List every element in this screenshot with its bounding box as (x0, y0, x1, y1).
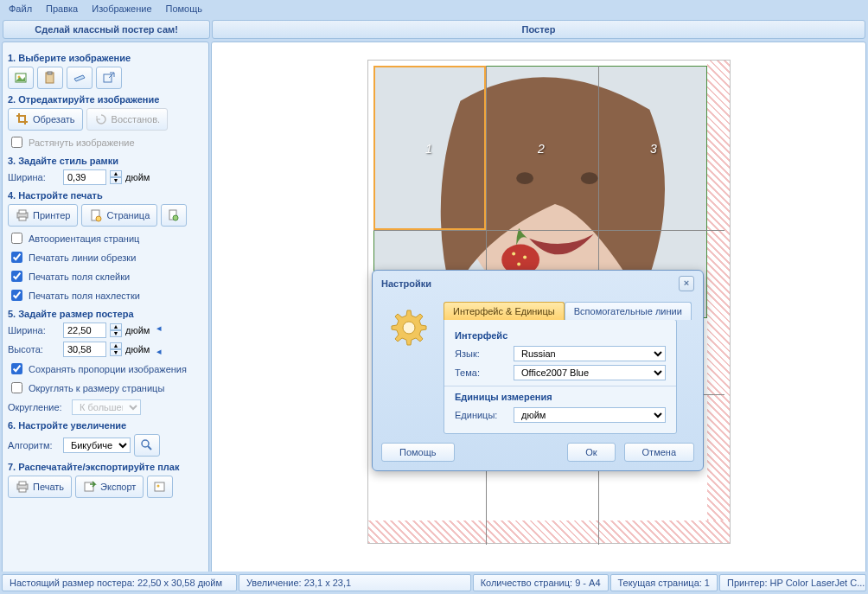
tab-interface-units[interactable]: Интерфейс & Единицы (444, 302, 565, 320)
rounding-select: К большем (72, 399, 141, 415)
keep-ratio-checkbox[interactable]: Сохранять пропорции изображения (8, 361, 203, 377)
frame-width-input[interactable] (63, 169, 106, 185)
lang-label: Язык: (455, 348, 507, 359)
poster-height-spinner[interactable]: ▲▼ (110, 342, 122, 356)
crop-button[interactable]: Обрезать (8, 108, 83, 131)
round-page-checkbox[interactable]: Округлять к размеру страницы (8, 380, 203, 396)
restore-button: Восстанов. (86, 108, 169, 131)
step4-title: 4. Настройте печать (8, 190, 203, 201)
scan-button[interactable] (67, 67, 93, 89)
printer-icon (16, 208, 29, 222)
svg-point-29 (403, 322, 415, 334)
settings-dialog: Настройки × Интерфейс & Единицы Вспомога… (372, 270, 704, 471)
status-current-page: Текущая страница: 1 (610, 574, 718, 591)
page-number-3: 3 (650, 142, 657, 156)
dialog-cancel-button[interactable]: Отмена (624, 443, 694, 462)
svg-rect-6 (19, 210, 26, 214)
cut-lines-checkbox[interactable]: Печатать линии обрезки (8, 249, 203, 265)
glue-fields-checkbox[interactable]: Печатать поля склейки (8, 268, 203, 284)
status-pages: Количество страниц: 9 - A4 (473, 574, 609, 591)
svg-point-11 (173, 215, 178, 220)
status-bar: Настоящий размер постера: 22,50 x 30,58 … (0, 572, 868, 594)
step2-title: 2. Отредактируйте изображение (8, 94, 203, 105)
poster-height-label: Высота: (8, 344, 60, 354)
dialog-ok-button[interactable]: Ок (567, 443, 615, 462)
image-export-icon (153, 480, 167, 494)
dialog-title: Настройки (381, 278, 431, 289)
dialog-help-button[interactable]: Помощь (381, 443, 455, 462)
page-gear-icon (167, 208, 181, 222)
step1-title: 1. Выберите изображение (8, 53, 203, 63)
svg-line-13 (148, 446, 151, 450)
svg-point-22 (516, 172, 533, 184)
algorithm-label: Алгоритм: (8, 440, 60, 450)
frame-width-unit: дюйм (125, 172, 150, 182)
open-image-button[interactable] (8, 67, 34, 89)
page-extra-button[interactable] (161, 204, 187, 227)
lang-select[interactable]: Russian (514, 346, 666, 361)
page-number-1: 1 (425, 142, 432, 156)
section-interface: Интерфейс (455, 330, 666, 341)
menu-bar: Файл Правка Изображение Помощь (0, 0, 868, 17)
banner-right: Постер (212, 20, 865, 39)
menu-edit[interactable]: Правка (46, 3, 78, 14)
menu-help[interactable]: Помощь (166, 3, 203, 14)
svg-point-27 (523, 255, 527, 259)
rounding-label: Округление: (8, 402, 68, 412)
paste-button[interactable] (37, 67, 63, 89)
printer-button[interactable]: Принтер (8, 204, 78, 227)
banner-left[interactable]: Сделай классный постер сам! (3, 20, 210, 39)
svg-point-9 (96, 216, 101, 221)
svg-point-26 (512, 252, 515, 256)
svg-point-28 (517, 262, 520, 265)
poster-width-spinner[interactable]: ▲▼ (110, 323, 122, 337)
svg-rect-15 (19, 482, 26, 485)
step7-title: 7. Распечатайте/экспортируйте плак (8, 462, 203, 472)
status-printer: Принтер: HP Color LaserJet C... (719, 574, 866, 591)
stretch-checkbox[interactable]: Растянуть изображение (8, 134, 203, 150)
gear-icon (386, 307, 428, 348)
printer-icon (16, 480, 29, 494)
svg-rect-4 (104, 74, 112, 82)
export-extra-button[interactable] (147, 476, 173, 498)
svg-point-19 (157, 485, 160, 488)
auto-orient-checkbox[interactable]: Автоориентация страниц (8, 230, 203, 246)
poster-width-input[interactable] (63, 323, 106, 338)
tab-panel: Интерфейс Язык: Russian Тема: Office2007… (444, 319, 677, 434)
menu-file[interactable]: Файл (9, 3, 32, 14)
svg-rect-3 (48, 72, 52, 74)
status-zoom: Увеличение: 23,1 x 23,1 (239, 574, 471, 591)
export-button[interactable]: Экспорт (75, 476, 144, 498)
clipboard-icon (43, 71, 57, 85)
scanner-icon (73, 71, 86, 85)
svg-rect-18 (155, 482, 164, 491)
theme-label: Тема: (455, 367, 507, 378)
page-button[interactable]: Страница (81, 204, 157, 227)
svg-point-23 (581, 172, 598, 184)
preview-zoom-button[interactable] (134, 434, 160, 457)
frame-width-spinner[interactable]: ▲▼ (110, 170, 122, 184)
page-icon (89, 208, 103, 222)
theme-select[interactable]: Office2007 Blue (514, 365, 666, 380)
step6-title: 6. Настройте увеличение (8, 420, 203, 431)
magnifier-icon (140, 438, 154, 452)
poster-width-unit: дюйм (125, 325, 150, 335)
overlap-fields-checkbox[interactable]: Печатать поля нахлестки (8, 287, 203, 303)
export-icon (83, 480, 97, 494)
poster-height-input[interactable] (63, 342, 106, 357)
svg-point-12 (142, 440, 149, 447)
external-button[interactable] (96, 67, 122, 89)
sidebar: 1. Выберите изображение 2. Отредактируйт… (2, 42, 209, 578)
units-select[interactable]: дюйм (514, 407, 666, 423)
tab-guidelines[interactable]: Вспомогательные линии (565, 302, 692, 320)
step3-title: 3. Задайте стиль рамки (8, 156, 203, 166)
menu-image[interactable]: Изображение (92, 3, 151, 14)
dialog-close-button[interactable]: × (679, 276, 694, 291)
print-button[interactable]: Печать (8, 476, 72, 498)
section-units: Единицы измерения (455, 392, 666, 402)
link-dims-icon[interactable]: ◂ (156, 323, 162, 334)
algorithm-select[interactable]: Бикубическ (63, 438, 131, 453)
link-dims-icon2[interactable]: ◂ (156, 346, 162, 357)
external-icon (102, 71, 116, 85)
page-number-2: 2 (538, 142, 545, 156)
